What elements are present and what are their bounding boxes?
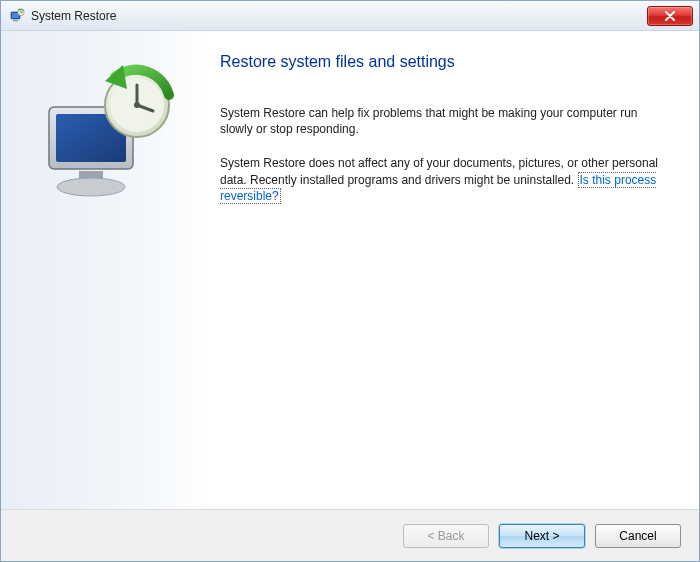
wizard-footer: < Back Next > Cancel bbox=[1, 509, 699, 561]
wizard-sidebar bbox=[1, 31, 206, 509]
next-button[interactable]: Next > bbox=[499, 524, 585, 548]
close-icon bbox=[664, 11, 676, 21]
dialog-body: Restore system files and settings System… bbox=[1, 31, 699, 509]
svg-point-10 bbox=[57, 178, 125, 196]
window-title: System Restore bbox=[31, 9, 116, 23]
intro-paragraph-2: System Restore does not affect any of yo… bbox=[220, 155, 659, 204]
titlebar: System Restore bbox=[1, 1, 699, 31]
page-heading: Restore system files and settings bbox=[220, 53, 659, 71]
intro-paragraph-1: System Restore can help fix problems tha… bbox=[220, 105, 659, 137]
cancel-button[interactable]: Cancel bbox=[595, 524, 681, 548]
back-button: < Back bbox=[403, 524, 489, 548]
titlebar-left: System Restore bbox=[9, 8, 116, 24]
system-restore-icon bbox=[9, 8, 25, 24]
system-restore-illustration bbox=[19, 55, 189, 225]
close-button[interactable] bbox=[647, 6, 693, 26]
wizard-main: Restore system files and settings System… bbox=[206, 31, 699, 509]
svg-point-15 bbox=[134, 102, 140, 108]
system-restore-dialog: System Restore bbox=[0, 0, 700, 562]
svg-rect-2 bbox=[13, 20, 18, 21]
